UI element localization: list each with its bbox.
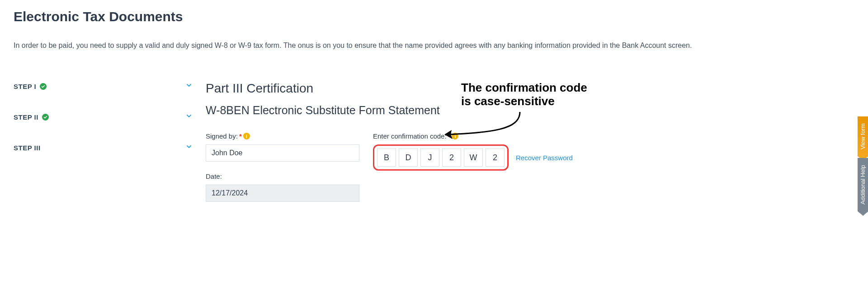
code-cell-1[interactable] <box>377 148 396 167</box>
info-icon[interactable]: i <box>243 133 250 139</box>
check-icon <box>42 114 49 121</box>
chevron-down-icon <box>186 113 192 121</box>
annotation-line-2: is case-sensitive <box>461 94 555 108</box>
recover-password-link[interactable]: Recover Password <box>516 154 573 162</box>
page-title: Electronic Tax Documents <box>14 9 854 24</box>
step-nav: STEP I STEP II <box>14 81 192 173</box>
step-label: STEP I <box>14 83 36 90</box>
step-3[interactable]: STEP III <box>14 143 192 153</box>
additional-help-tab[interactable]: Additional Help <box>858 158 868 211</box>
check-icon <box>40 83 47 90</box>
annotation-arrow-icon <box>441 107 545 144</box>
confirmation-code-group <box>373 144 509 171</box>
chevron-down-icon <box>186 82 192 90</box>
chevron-down-icon <box>186 144 192 152</box>
step-2[interactable]: STEP II <box>14 112 192 122</box>
code-cell-2[interactable] <box>399 148 418 167</box>
annotation-line-1: The confirmation code <box>461 81 587 94</box>
code-cell-3[interactable] <box>420 148 439 167</box>
signed-by-input[interactable] <box>206 144 359 162</box>
step-label: STEP II <box>14 113 38 121</box>
code-cell-5[interactable] <box>464 148 483 167</box>
signed-by-label: Signed by:* i <box>206 132 359 140</box>
code-cell-4[interactable] <box>442 148 461 167</box>
step-label: STEP III <box>14 144 41 152</box>
view-form-tab[interactable]: View form <box>858 116 868 156</box>
date-label: Date: <box>206 172 359 180</box>
step-1[interactable]: STEP I <box>14 81 192 91</box>
date-input <box>206 185 359 202</box>
code-cell-6[interactable] <box>486 148 505 167</box>
annotation-callout: The confirmation code is case-sensitive <box>461 81 642 108</box>
required-star-icon: * <box>239 132 242 140</box>
intro-text: In order to be paid, you need to supply … <box>14 42 854 50</box>
